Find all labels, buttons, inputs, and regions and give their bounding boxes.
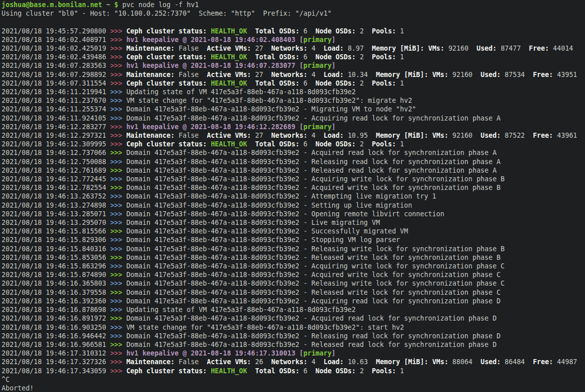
log-segment: ] (332, 349, 336, 357)
log-arrow-icon: >>> (110, 149, 126, 156)
log-arrow-icon: >>> (110, 227, 126, 235)
prompt-cwd: ~ (102, 1, 115, 9)
log-segment: 86484 (501, 358, 533, 366)
log-segment: Domain 417e5a3f-88eb-467a-a118-8d093cfb3… (126, 236, 400, 244)
log-segment: Domain 417e5a3f-88eb-467a-a118-8d093cfb3… (126, 219, 380, 226)
log-arrow-icon: >>> (110, 219, 126, 226)
log-line: 2021/08/18 19:46:17.327326 >>> Maintenan… (2, 358, 585, 366)
log-segment: Domain 417e5a3f-88eb-467a-a118-8d093cfb3… (126, 297, 500, 305)
log-line: 2021/08/18 19:46:07.283563 >>> hv1 keepa… (2, 61, 585, 70)
log-arrow-icon: >>> (110, 175, 126, 183)
log-segment: HEALTH_OK (211, 27, 247, 35)
log-segment: Domain 417e5a3f-88eb-467a-a118-8d093cfb3… (126, 245, 504, 253)
log-timestamp: 2021/08/18 19:46:16.379558 (2, 289, 110, 296)
prompt-user-host: joshua@base.m.bonilan.net (2, 1, 102, 9)
log-segment: Domain 417e5a3f-88eb-467a-a118-8d093cfb3… (126, 105, 416, 113)
log-segment: 8.97 (344, 45, 372, 52)
log-segment: 2 (356, 140, 372, 148)
log-segment (247, 367, 255, 375)
log-segment: 92160 (448, 71, 481, 79)
log-segment: Load: (323, 45, 344, 52)
log-segment: Total OSDs: (255, 80, 299, 87)
log-segment: 1 (396, 367, 404, 375)
log-arrow-icon: >>> (110, 210, 126, 218)
log-line: 2021/08/18 19:46:07.298892 >>> Maintenan… (2, 70, 585, 79)
log-arrow-icon: >>> (110, 315, 126, 322)
log-segment: Pools: (372, 27, 396, 35)
log-line: 2021/08/18 19:46:12.761689 >>> Domain 41… (2, 166, 585, 175)
log-segment: Used: (477, 45, 497, 52)
log-segment: [ (300, 62, 304, 69)
log-segment: 6 (300, 27, 316, 35)
log-arrow-icon: >>> (110, 332, 126, 340)
log-timestamp: 2021/08/18 19:46:17.343059 (2, 367, 110, 375)
log-line: 2021/08/18 19:46:15.829306 >>> Domain 41… (2, 236, 585, 244)
log-segment (247, 27, 255, 35)
shell-prompt-line: joshua@base.m.bonilan.net ~ $ pvc node l… (2, 1, 585, 9)
log-segment: primary (304, 36, 332, 44)
log-segment: 92160 (444, 45, 477, 52)
log-segment: HEALTH_OK (211, 367, 247, 375)
log-segment: Domain 417e5a3f-88eb-467a-a118-8d093cfb3… (126, 167, 496, 174)
log-timestamp: 2021/08/18 19:46:12.309995 (2, 140, 110, 148)
log-segment: Domain 417e5a3f-88eb-467a-a118-8d093cfb3… (126, 341, 496, 348)
log-segment: primary (304, 349, 332, 357)
log-segment: Pools: (372, 53, 396, 61)
log-timestamp: 2021/08/18 19:46:02.425019 (2, 45, 110, 52)
log-segment: 87534 (501, 71, 533, 79)
log-segment: Active VMs: (207, 45, 251, 52)
log-timestamp: 2021/08/18 19:46:11.255374 (2, 105, 110, 113)
log-arrow-icon: >>> (110, 202, 126, 209)
log-segment: Memory [MiB]: (376, 358, 428, 366)
log-segment: 92160 (448, 132, 481, 139)
log-timestamp: 2021/08/18 19:46:11.237670 (2, 97, 110, 104)
log-arrow-icon: >>> (110, 114, 126, 122)
log-segment (247, 80, 255, 87)
log-line: 2021/08/18 19:46:12.750088 >>> Domain 41… (2, 158, 585, 166)
log-arrow-icon: >>> (110, 367, 126, 375)
log-arrow-icon: >>> (110, 140, 126, 148)
log-segment: 1 (396, 80, 404, 87)
log-segment: Free: (529, 45, 549, 52)
log-segment: Domain 417e5a3f-88eb-467a-a118-8d093cfb3… (126, 192, 436, 200)
log-arrow-icon: >>> (110, 184, 126, 191)
log-segment: Domain 417e5a3f-88eb-467a-a118-8d093cfb3… (126, 149, 496, 156)
terminal[interactable]: joshua@base.m.bonilan.net ~ $ pvc node l… (0, 0, 585, 392)
log-segment: Domain 417e5a3f-88eb-467a-a118-8d093cfb3… (126, 114, 500, 122)
log-timestamp: 2021/08/18 19:46:15.863296 (2, 262, 110, 270)
log-segment: VMs: (432, 71, 449, 79)
log-segment: Ceph cluster status: (126, 80, 211, 87)
log-timestamp: 2021/08/18 19:46:07.311554 (2, 80, 110, 87)
log-segment: Ceph cluster status: (126, 53, 211, 61)
log-segment: Ceph cluster status: (126, 27, 211, 35)
log-arrow-icon: >>> (110, 167, 126, 174)
log-timestamp: 2021/08/18 19:46:07.298892 (2, 71, 110, 79)
log-line: 2021/08/18 19:46:15.874890 >>> Domain 41… (2, 270, 585, 279)
log-segment: 27 (251, 45, 271, 52)
log-segment: Maintenance: (126, 45, 174, 52)
log-segment: False (174, 71, 207, 79)
log-segment: Networks: (271, 45, 307, 52)
log-timestamp: 2021/08/18 19:46:16.903250 (2, 324, 110, 331)
log-line: 2021/08/18 19:46:17.343059 >>> Ceph clus… (2, 367, 585, 375)
log-line: 2021/08/18 19:46:12.772445 >>> Domain 41… (2, 175, 585, 183)
interrupt-line: ^C (2, 375, 585, 384)
log-segment: Domain 417e5a3f-88eb-467a-a118-8d093cfb3… (126, 315, 496, 322)
log-arrow-icon: >>> (110, 36, 126, 44)
log-timestamp: 2021/08/18 19:46:02.439486 (2, 53, 110, 61)
log-segment: primary (304, 123, 332, 131)
log-timestamp: 2021/08/18 19:46:12.737066 (2, 149, 110, 156)
log-line: 2021/08/18 19:45:57.290800 >>> Ceph clus… (2, 27, 585, 35)
log-segment: [ (300, 36, 304, 44)
log-segment: Domain 417e5a3f-88eb-467a-a118-8d093cfb3… (126, 289, 500, 296)
log-segment: 87522 (501, 132, 533, 139)
log-segment: HEALTH_OK (211, 53, 247, 61)
log-line: 2021/08/18 19:46:02.425019 >>> Maintenan… (2, 44, 585, 53)
log-segment: HEALTH_OK (211, 80, 247, 87)
log-segment: 43951 (553, 71, 577, 79)
log-timestamp: 2021/08/18 19:46:15.815566 (2, 227, 110, 235)
log-segment: 1 (396, 27, 404, 35)
log-segment: Maintenance: (126, 71, 174, 79)
log-segment: Memory [MiB]: (376, 132, 428, 139)
log-segment: Updating state of VM 417e5a3f-88eb-467a-… (126, 306, 356, 313)
